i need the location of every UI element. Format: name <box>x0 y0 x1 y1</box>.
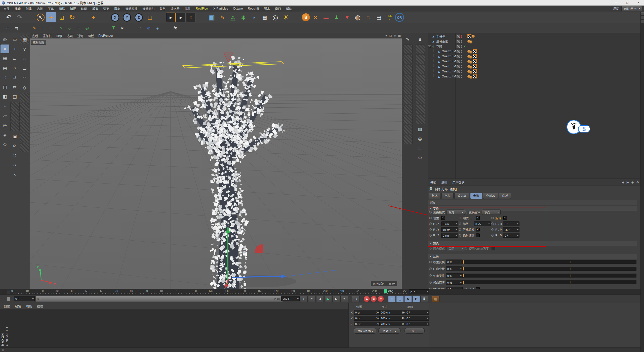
pen-icon[interactable]: ✎ <box>30 24 38 32</box>
edges-mode-icon[interactable]: ◫ <box>1 83 9 92</box>
visibility-dots[interactable] <box>461 55 462 58</box>
light-icon[interactable]: ☀ <box>281 12 291 22</box>
polygons-mode-icon[interactable]: ◧ <box>1 92 9 101</box>
ghost-cubes-icon[interactable]: ▦ <box>20 35 29 44</box>
menu-item[interactable]: 渲染 <box>101 7 112 11</box>
layer-badge[interactable] <box>456 34 460 38</box>
play-button[interactable]: ▶ <box>324 296 332 302</box>
next-frame-button[interactable]: ▶ <box>332 296 340 302</box>
realflow-clapper-icon[interactable]: ▬ <box>321 12 331 22</box>
rpat-10-icon[interactable] <box>403 135 413 144</box>
book-icon[interactable]: ▤ <box>416 125 424 134</box>
anim-dot[interactable] <box>429 281 432 284</box>
render-settings-icon[interactable]: ⚙ <box>186 13 196 22</box>
menu-item[interactable]: 窗口 <box>272 7 284 11</box>
phong-tag-icon[interactable] <box>469 66 472 69</box>
sphere-slash-icon[interactable]: ⊘ <box>10 142 19 150</box>
object-name[interactable]: Quartz FM.1 <box>442 55 459 58</box>
qr-icon[interactable]: QR <box>395 13 404 22</box>
other-param-slider[interactable] <box>463 260 636 264</box>
texture-tag-icon[interactable] <box>473 49 477 53</box>
pattern-6-icon[interactable] <box>20 113 29 122</box>
rot-h-field[interactable]: 0 ° <box>405 310 429 315</box>
texture-tag-icon[interactable] <box>473 69 477 73</box>
viewport-menu-item[interactable]: 查看 <box>30 34 40 38</box>
timeline-ruler[interactable]: 0102030405060708090100110120130140150160… <box>0 289 644 295</box>
attribute-tab[interactable]: 基本 <box>429 193 441 199</box>
arc-spline-icon[interactable]: ◠ <box>48 24 56 32</box>
rpat-2-icon[interactable] <box>403 55 413 64</box>
live-select-small-icon[interactable]: ○ <box>10 64 19 72</box>
anim-dot[interactable] <box>429 274 432 277</box>
axis-z-icon[interactable]: Z <box>135 13 143 22</box>
menu-item[interactable]: 网格 <box>56 7 67 11</box>
magnet-icon[interactable]: ◇ <box>1 140 9 149</box>
help-cursor-icon[interactable]: ? <box>20 45 29 54</box>
other-param-field[interactable]: 0 % <box>446 273 463 278</box>
move-small-icon[interactable]: + <box>10 45 19 53</box>
texture-tag-icon[interactable] <box>473 74 477 78</box>
am-menu-item[interactable]: 用户数据 <box>450 180 467 185</box>
close-button[interactable]: × <box>633 0 644 6</box>
attribute-tab[interactable]: 变形器 <box>483 193 498 199</box>
rpat-1-icon[interactable] <box>403 45 413 54</box>
object-row[interactable]: 克隆 <box>428 44 640 49</box>
model-mode-icon[interactable]: ■ <box>1 45 9 53</box>
pattern-1-icon[interactable] <box>10 102 20 111</box>
am-menu-item[interactable]: 模式 <box>428 180 439 185</box>
axis-x-icon[interactable]: X <box>111 13 119 22</box>
connect-icon[interactable]: ⊕ <box>145 24 153 32</box>
menu-item[interactable]: 雕刻 <box>112 7 123 11</box>
object-tags[interactable] <box>467 54 477 59</box>
current-frame-field[interactable]: 237 F <box>409 289 429 294</box>
key-scale-button[interactable]: ◱ <box>396 296 404 302</box>
object-name[interactable]: Quartz FM.1 <box>442 70 459 73</box>
other-param-slider[interactable] <box>463 274 636 278</box>
pattern-7-icon[interactable] <box>20 123 29 132</box>
layer-badge[interactable] <box>456 60 460 63</box>
phong-tag-icon[interactable] <box>469 76 472 79</box>
object-tags[interactable] <box>467 49 477 54</box>
key-parameter-button[interactable]: P <box>412 296 420 302</box>
object-row[interactable]: Quartz FM.1 <box>428 69 640 74</box>
menu-item[interactable]: 捕捉 <box>67 7 78 11</box>
menu-item[interactable]: 帮助 <box>284 7 295 11</box>
enable-axis-icon[interactable]: + <box>1 102 9 111</box>
expand-toggle[interactable] <box>428 45 431 48</box>
anim-dot[interactable] <box>429 261 432 263</box>
render-view-icon[interactable]: ▶ <box>166 13 176 22</box>
rpat-9-icon[interactable] <box>403 125 413 134</box>
rotate-tool-icon[interactable]: ↻ <box>67 12 77 22</box>
menu-item[interactable]: 角色 <box>157 7 168 11</box>
menu-item[interactable]: 运动跟踪 <box>123 7 140 11</box>
menu-item[interactable]: 编辑 <box>12 7 23 11</box>
layer-badge[interactable] <box>456 65 460 68</box>
object-tags[interactable] <box>467 74 477 79</box>
psr-icon[interactable]: PSR 0 <box>384 12 394 22</box>
layer-badge[interactable] <box>456 75 460 78</box>
menu-item[interactable]: 动画 <box>78 7 90 11</box>
viewport-menu-item[interactable]: ProRender <box>96 34 115 37</box>
toggle-view-icon[interactable]: ▦ <box>398 34 401 37</box>
texture-mode-icon[interactable]: ▦ <box>1 54 9 63</box>
visibility-dots[interactable] <box>461 45 462 48</box>
timeline-scrubber[interactable]: 0 F 250 F <box>36 296 283 302</box>
rpat-5-icon[interactable] <box>403 85 413 94</box>
other-param-field[interactable]: 0 % <box>446 267 463 271</box>
rail-icon[interactable]: ⇉ <box>13 24 21 32</box>
rot-p-field[interactable]: 0 ° <box>405 316 429 321</box>
history-back-icon[interactable]: ◀ <box>622 181 624 184</box>
apply-button[interactable]: 应用 <box>405 328 425 334</box>
object-row[interactable]: Quartz FM.1 <box>428 59 640 64</box>
last-tool-icon[interactable]: + <box>88 12 98 22</box>
key-position-button[interactable]: + <box>388 296 396 302</box>
object-name[interactable]: Quartz FM.1 <box>442 75 459 78</box>
enable-check[interactable] <box>463 45 466 48</box>
transport-handle[interactable] <box>7 297 10 301</box>
rpat-7-icon[interactable] <box>403 105 413 114</box>
takes-icon[interactable]: ▤ <box>374 12 384 22</box>
instance-icon[interactable]: ◈ <box>153 24 162 32</box>
anim-dot[interactable] <box>429 268 432 270</box>
object-row[interactable]: 细分曲面 <box>428 39 640 44</box>
menu-item[interactable]: 工具 <box>45 7 56 11</box>
